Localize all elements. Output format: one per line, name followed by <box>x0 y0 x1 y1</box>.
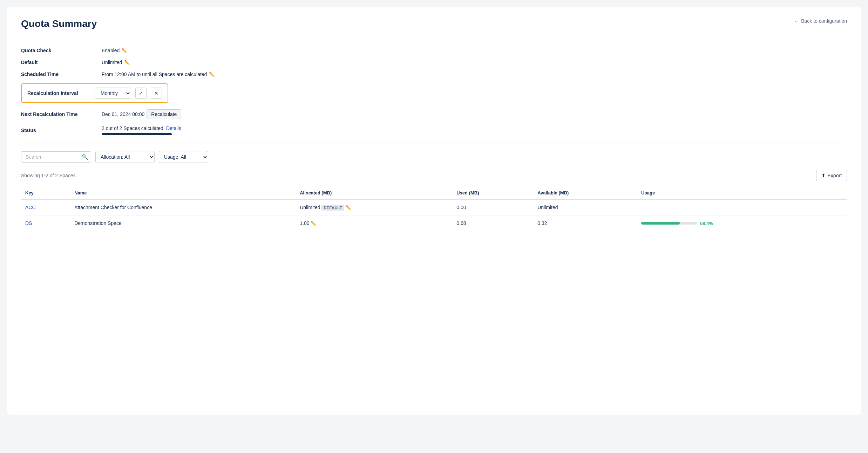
default-label: Default <box>21 60 95 65</box>
search-wrapper: 🔍 <box>21 151 91 163</box>
recalculation-cancel-button[interactable]: ✕ <box>151 88 162 99</box>
search-button[interactable]: 🔍 <box>82 154 88 160</box>
status-label: Status <box>21 128 95 133</box>
next-recalculation-value: Dec 01, 2024 00:00 Recalculate <box>102 109 181 119</box>
space-allocated: Unlimited DEFAULT ✏️ <box>296 199 452 215</box>
quota-info-section: Quota Check Enabled ✏️ Default Unlimited… <box>21 48 847 135</box>
recalculation-confirm-button[interactable]: ✓ <box>135 88 147 99</box>
space-available: 0.32 <box>533 215 637 231</box>
search-input[interactable] <box>21 151 91 163</box>
space-used: 0.00 <box>452 199 533 215</box>
back-arrow-icon: ← <box>794 18 799 24</box>
space-key-link[interactable]: ACC <box>25 205 36 210</box>
next-recalculation-label: Next Recalculation Time <box>21 111 95 117</box>
table-header-row: Key Name Allocated (MB) Used (MB) Availa… <box>21 187 847 199</box>
allocation-filter-select[interactable]: Allocation: All Allocation: Limited Allo… <box>95 151 155 163</box>
space-usage <box>637 199 847 215</box>
space-key-link[interactable]: DS <box>25 220 32 226</box>
filter-row: 🔍 Allocation: All Allocation: Limited Al… <box>21 151 847 163</box>
status-row: Status 2 out of 2 Spaces calculated Deta… <box>21 125 847 135</box>
search-icon: 🔍 <box>82 154 88 160</box>
usage-bar-fill <box>641 222 679 225</box>
usage-bar-track <box>641 222 697 225</box>
space-allocated: 1.00 ✏️ <box>296 215 452 231</box>
status-block: 2 out of 2 Spaces calculated Details <box>102 125 181 135</box>
default-edit-icon[interactable]: ✏️ <box>124 60 130 65</box>
spaces-table-container: Key Name Allocated (MB) Used (MB) Availa… <box>21 187 847 231</box>
col-usage: Usage <box>637 187 847 199</box>
col-available: Available (MB) <box>533 187 637 199</box>
allocated-edit-icon[interactable]: ✏️ <box>311 221 316 226</box>
export-icon: ⬆ <box>821 173 826 178</box>
table-row: ACCAttachment Checker for ConfluenceUnli… <box>21 199 847 215</box>
status-progress-bar <box>102 133 172 135</box>
status-progress-fill <box>102 133 172 135</box>
col-key: Key <box>21 187 70 199</box>
recalculation-interval-row: Recalculation Interval Daily Weekly Mont… <box>21 83 168 103</box>
space-used: 0.68 <box>452 215 533 231</box>
recalculation-interval-label: Recalculation Interval <box>27 90 90 96</box>
section-divider <box>21 144 847 144</box>
usage-filter-select[interactable]: Usage: All Usage: Low Usage: Medium Usag… <box>159 151 208 163</box>
col-used: Used (MB) <box>452 187 533 199</box>
allocated-edit-icon[interactable]: ✏️ <box>346 205 351 210</box>
quota-check-row: Quota Check Enabled ✏️ <box>21 48 847 53</box>
default-value: Unlimited ✏️ <box>102 60 130 65</box>
spaces-table: Key Name Allocated (MB) Used (MB) Availa… <box>21 187 847 231</box>
col-name: Name <box>70 187 296 199</box>
recalculate-button[interactable]: Recalculate <box>147 109 181 119</box>
space-usage: 68.4% <box>637 215 847 231</box>
default-row: Default Unlimited ✏️ <box>21 60 847 65</box>
scheduled-time-edit-icon[interactable]: ✏️ <box>209 72 215 77</box>
scheduled-time-value: From 12:00 AM to until all Spaces are ca… <box>102 71 215 77</box>
quota-check-label: Quota Check <box>21 48 95 53</box>
back-to-configuration-link[interactable]: ← Back to configuration <box>794 18 847 24</box>
recalculation-interval-select[interactable]: Daily Weekly Monthly Quarterly Yearly <box>95 88 131 99</box>
default-badge: DEFAULT <box>321 205 344 211</box>
space-name: Demonstration Space <box>70 215 296 231</box>
scheduled-time-row: Scheduled Time From 12:00 AM to until al… <box>21 71 847 77</box>
showing-row: Showing 1-2 of 2 Spaces ⬆ Export <box>21 170 847 181</box>
page-title: Quota Summary <box>21 18 97 29</box>
usage-pct-label: 68.4% <box>700 221 713 226</box>
quota-check-value: Enabled ✏️ <box>102 48 127 53</box>
showing-text: Showing 1-2 of 2 Spaces <box>21 173 76 178</box>
next-recalculation-row: Next Recalculation Time Dec 01, 2024 00:… <box>21 109 847 119</box>
scheduled-time-label: Scheduled Time <box>21 71 95 77</box>
quota-check-edit-icon[interactable]: ✏️ <box>122 48 127 53</box>
table-row: DSDemonstration Space1.00 ✏️0.680.3268.4… <box>21 215 847 231</box>
status-text-row: 2 out of 2 Spaces calculated Details <box>102 125 181 131</box>
usage-bar-wrapper: 68.4% <box>641 221 843 226</box>
status-details-link[interactable]: Details <box>166 125 181 131</box>
space-available: Unlimited <box>533 199 637 215</box>
space-name: Attachment Checker for Confluence <box>70 199 296 215</box>
col-allocated: Allocated (MB) <box>296 187 452 199</box>
export-button[interactable]: ⬆ Export <box>816 170 847 181</box>
